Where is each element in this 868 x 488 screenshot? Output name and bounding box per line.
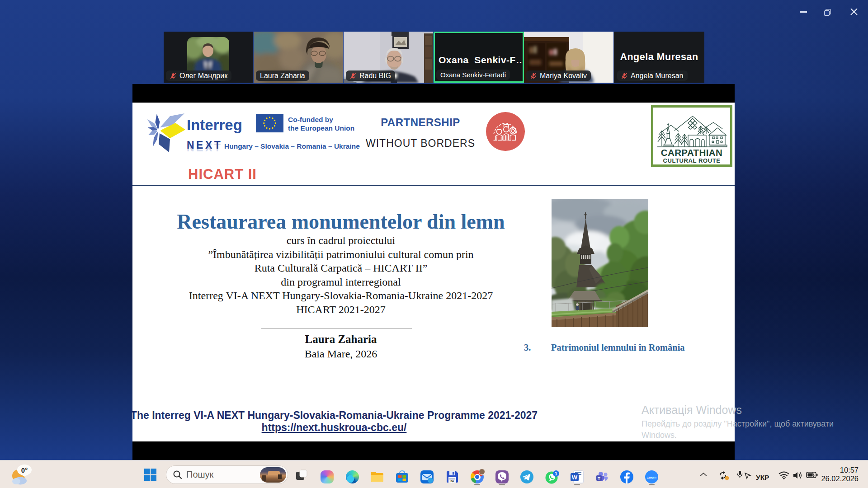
svg-text:W: W [572,474,578,481]
svg-text:1: 1 [555,471,557,476]
svg-text:CULTURAL ROUTE: CULTURAL ROUTE [663,157,720,164]
svg-text:CARPATHIAN: CARPATHIAN [661,147,722,158]
svg-text:0°: 0° [21,466,28,474]
svg-text:zoom: zoom [647,475,656,479]
svg-text:64: 64 [450,479,454,483]
svg-text:T: T [598,476,600,481]
